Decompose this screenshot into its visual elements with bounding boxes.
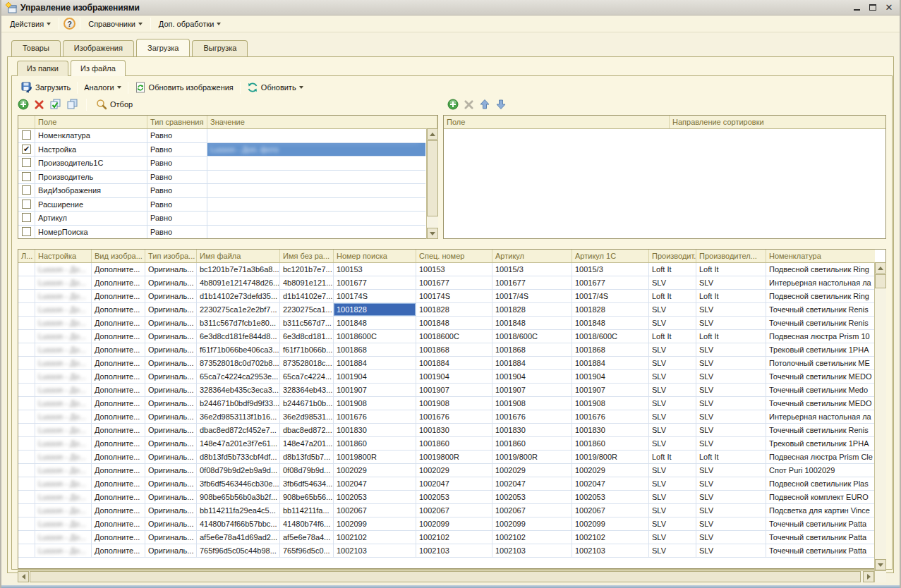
spec-number-cell[interactable]: 1001676	[416, 410, 492, 423]
checkbox[interactable]	[22, 213, 31, 222]
file-name-short-cell[interactable]: f61f71b066b...	[280, 343, 334, 356]
article-cell[interactable]: 10017/4S	[492, 290, 572, 302]
manufacturer-1c-cell[interactable]: SLV	[696, 437, 766, 450]
manufacturer-1c-cell[interactable]: SLV	[696, 464, 766, 477]
manufacturer-1c-cell[interactable]: SLV	[696, 491, 766, 503]
table-row[interactable]: Lusson - До... Дополните... Оригиналь...…	[18, 303, 875, 317]
file-name-cell[interactable]: f61f71b066be406ca3...	[197, 343, 280, 356]
table-row[interactable]: Lusson - До... Дополните... Оригиналь...…	[18, 384, 875, 397]
filter-column-header[interactable]	[18, 116, 35, 128]
checkbox[interactable]	[22, 158, 31, 167]
spec-number-cell[interactable]: 1001848	[416, 317, 492, 329]
article-1c-cell[interactable]: 10017/4S	[572, 290, 649, 302]
file-name-cell[interactable]: 765f96d5c05c44b98...	[197, 544, 280, 557]
file-name-cell[interactable]: 908be65b56b0a3b2f...	[197, 491, 280, 503]
manufacturer-cell[interactable]: SLV	[649, 464, 696, 477]
file-name-cell[interactable]: bb114211fa29ea4c5...	[197, 504, 280, 517]
image-kind-cell[interactable]: Дополните...	[92, 263, 145, 276]
table-row[interactable]: Lusson - До... Дополните... Оригиналь...…	[18, 477, 875, 491]
spec-number-cell[interactable]: 1002067	[416, 504, 492, 517]
scroll-right-button[interactable]	[863, 571, 874, 582]
sub-tab[interactable]: Из файла	[71, 60, 126, 76]
scroll-down-button[interactable]	[875, 559, 886, 570]
image-type-cell[interactable]: Оригиналь...	[145, 276, 197, 289]
filter-row[interactable]: Артикул Равно	[18, 212, 425, 226]
table-vertical-scrollbar[interactable]	[874, 262, 886, 570]
search-number-cell[interactable]: 100174S	[334, 290, 416, 302]
filter-compare-cell[interactable]: Равно	[147, 198, 207, 212]
nomenclature-cell[interactable]: Подвесной комплект EURO	[766, 491, 875, 503]
file-name-short-cell[interactable]: 328364eb43...	[280, 384, 334, 396]
filter-value-cell[interactable]	[207, 198, 425, 212]
file-name-cell[interactable]: 2230275ca1e2e2bf7...	[197, 303, 280, 316]
filter-row[interactable]: Расширение Равно	[18, 198, 425, 212]
manufacturer-cell[interactable]: SLV	[649, 357, 696, 369]
nastroyka-cell[interactable]: Lusson - До...	[35, 517, 92, 530]
file-name-cell[interactable]: bc1201b7e71a3b6a8...	[197, 263, 280, 276]
delete-icon[interactable]	[34, 99, 44, 110]
filter-row[interactable]: НомерПоиска Равно	[18, 226, 425, 239]
nastroyka-cell[interactable]: Lusson - До...	[35, 410, 92, 423]
article-1c-cell[interactable]: 1001904	[572, 370, 649, 383]
row-flag-cell[interactable]	[18, 290, 35, 302]
row-flag-cell[interactable]	[18, 451, 35, 463]
manufacturer-1c-cell[interactable]: SLV	[696, 477, 766, 490]
filter-row[interactable]: Производитель Равно	[18, 171, 425, 185]
filter-row[interactable]: ВидИзображения Равно	[18, 184, 425, 198]
article-cell[interactable]: 1002103	[492, 544, 572, 557]
image-kind-cell[interactable]: Дополните...	[92, 357, 145, 369]
nastroyka-cell[interactable]: Lusson - До...	[35, 357, 92, 369]
article-cell[interactable]: 1002053	[492, 491, 572, 503]
file-name-cell[interactable]: 4b8091e1214748d26...	[197, 276, 280, 289]
filter-row[interactable]: Производитель1С Равно	[18, 157, 425, 171]
nomenclature-cell[interactable]: Точечный светильник Patta	[766, 517, 875, 530]
load-button[interactable]: Загрузить	[18, 80, 74, 94]
nomenclature-cell[interactable]: Трековый светильник 1PHA	[766, 437, 875, 450]
image-type-cell[interactable]: Оригиналь...	[145, 424, 197, 436]
checkbox[interactable]: ✔	[22, 145, 31, 154]
article-cell[interactable]: 1002047	[492, 477, 572, 490]
filter-column-header[interactable]: Тип сравнения	[147, 116, 207, 128]
article-cell[interactable]: 1001904	[492, 370, 572, 383]
manufacturer-1c-cell[interactable]: SLV	[696, 517, 766, 530]
image-kind-cell[interactable]: Дополните...	[92, 464, 145, 477]
article-1c-cell[interactable]: 1001828	[572, 303, 649, 316]
file-name-cell[interactable]: 65ca7c4224ca2953e...	[197, 370, 280, 383]
search-number-cell[interactable]: 1002102	[334, 531, 416, 544]
scroll-up-button[interactable]	[875, 262, 886, 274]
file-name-cell[interactable]: 0f08d79b9d2eb9a9d...	[197, 464, 280, 477]
checkbox-cell[interactable]	[18, 198, 35, 212]
spec-number-cell[interactable]: 100174S	[416, 290, 492, 302]
filter-value-cell[interactable]	[207, 129, 425, 142]
nomenclature-cell[interactable]: Подвесной светильник Ring	[766, 290, 875, 302]
article-1c-cell[interactable]: 1001830	[572, 424, 649, 436]
article-cell[interactable]: 10015/3	[492, 263, 572, 276]
nomenclature-cell[interactable]: Подвесная люстра Prism 10	[766, 330, 875, 343]
spec-number-cell[interactable]: 1002053	[416, 491, 492, 503]
image-kind-cell[interactable]: Дополните...	[92, 317, 145, 329]
image-kind-cell[interactable]: Дополните...	[92, 491, 145, 503]
table-horizontal-scrollbar[interactable]	[18, 570, 874, 582]
filter-field-cell[interactable]: Настройка	[35, 143, 147, 157]
row-flag-cell[interactable]	[18, 424, 35, 436]
checkbox-cell[interactable]	[18, 226, 35, 239]
manufacturer-cell[interactable]: SLV	[649, 504, 696, 517]
manufacturer-1c-cell[interactable]: SLV	[696, 303, 766, 316]
image-kind-cell[interactable]: Дополните...	[92, 370, 145, 383]
row-flag-cell[interactable]	[18, 384, 35, 396]
image-kind-cell[interactable]: Дополните...	[92, 343, 145, 356]
manufacturer-1c-cell[interactable]: SLV	[696, 343, 766, 356]
spec-number-cell[interactable]: 10019800R	[416, 451, 492, 463]
nastroyka-cell[interactable]: Lusson - До...	[35, 330, 92, 343]
otbor-button[interactable]: Отбор	[96, 99, 133, 110]
row-flag-cell[interactable]	[18, 531, 35, 544]
row-flag-cell[interactable]	[18, 303, 35, 316]
spec-number-cell[interactable]: 1001868	[416, 343, 492, 356]
filter-value-cell[interactable]: Lusson - Доп. фото	[207, 143, 425, 157]
nomenclature-cell[interactable]: Интерьерная настольная ла	[766, 410, 875, 423]
file-name-cell[interactable]: dbac8ed872cf452e7...	[197, 424, 280, 436]
spec-number-cell[interactable]: 100153	[416, 263, 492, 276]
image-type-cell[interactable]: Оригиналь...	[145, 464, 197, 477]
article-cell[interactable]: 1001830	[492, 424, 572, 436]
image-type-cell[interactable]: Оригиналь...	[145, 303, 197, 316]
